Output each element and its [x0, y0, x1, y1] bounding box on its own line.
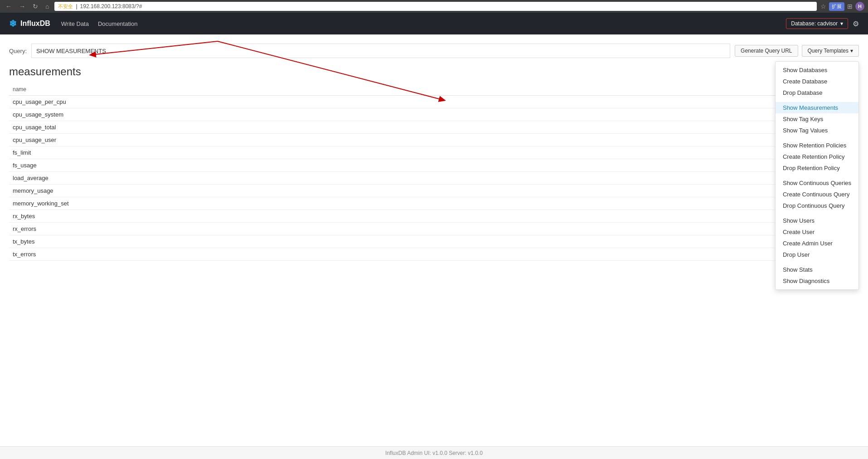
dropdown-item-create-admin-user[interactable]: Create Admin User [776, 238, 858, 249]
table-row: memory_usage [9, 185, 859, 197]
table-body: cpu_usage_per_cpucpu_usage_systemcpu_usa… [9, 96, 859, 261]
table-row: tx_errors [9, 248, 859, 261]
dropdown-item-show-stats[interactable]: Show Stats [776, 264, 858, 275]
dropdown-item-create-user[interactable]: Create User [776, 226, 858, 238]
table-cell-name: fs_limit [9, 146, 859, 159]
table-row: cpu_usage_per_cpu [9, 96, 859, 108]
table-row: rx_bytes [9, 210, 859, 223]
browser-actions: ☆ 扩展 ⊞ H [820, 2, 864, 11]
dropdown-item-show-tag-values[interactable]: Show Tag Values [776, 125, 858, 136]
extensions-icon[interactable]: ⊞ [847, 3, 853, 10]
dropdown-divider-5 [776, 260, 858, 264]
header-right: Database: cadvisor ▾ ⚙ [786, 18, 859, 29]
query-actions: Generate Query URL Query Templates ▾ Sho… [735, 45, 859, 57]
dropdown-item-drop-retention-policy[interactable]: Drop Retention Policy [776, 162, 858, 174]
query-templates-button[interactable]: Query Templates ▾ [802, 45, 859, 57]
back-button[interactable]: ← [4, 2, 14, 11]
dropdown-item-create-retention-policy[interactable]: Create Retention Policy [776, 151, 858, 162]
dropdown-item-drop-user[interactable]: Drop User [776, 249, 858, 260]
table-row: cpu_usage_system [9, 108, 859, 121]
dropdown-item-drop-database[interactable]: Drop Database [776, 87, 858, 98]
table-cell-name: cpu_usage_per_cpu [9, 96, 859, 108]
table-row: load_average [9, 172, 859, 185]
dropdown-item-show-measurements[interactable]: Show Measurements [776, 102, 858, 113]
header-nav: Write Data Documentation [61, 20, 775, 27]
dropdown-item-create-continuous-query[interactable]: Create Continuous Query [776, 189, 858, 200]
logo-text: InfluxDB [20, 20, 50, 28]
dropdown-item-show-databases[interactable]: Show Databases [776, 64, 858, 76]
footer-text: InfluxDB Admin UI: v1.0.0 Server: v1.0.0 [385, 450, 483, 456]
table-cell-name: rx_errors [9, 223, 859, 235]
logo[interactable]: ❄ InfluxDB [9, 18, 50, 29]
query-templates-dropdown: Show Databases Create Database Drop Data… [775, 61, 859, 290]
results-section: measurements name cpu_usage_per_cpucpu_u… [9, 65, 859, 261]
dropdown-item-show-users[interactable]: Show Users [776, 215, 858, 226]
table-cell-name: load_average [9, 172, 859, 185]
dropdown-divider-4 [776, 211, 858, 215]
query-templates-wrapper: Query Templates ▾ Show Databases Create … [802, 45, 859, 57]
table-row: rx_errors [9, 223, 859, 235]
table-cell-name: tx_bytes [9, 235, 859, 248]
address-bar[interactable]: 不安全 | 192.168.200.123:8083/?# [54, 2, 817, 11]
table-cell-name: memory_usage [9, 185, 859, 197]
bookmark-icon[interactable]: ☆ [820, 3, 826, 10]
query-templates-label: Query Templates [808, 48, 849, 54]
nav-documentation[interactable]: Documentation [98, 20, 137, 27]
table-row: fs_limit [9, 146, 859, 159]
main-content: Query: Generate Query URL Query Template… [0, 34, 868, 446]
dropdown-divider-1 [776, 98, 858, 102]
dropdown-item-create-database[interactable]: Create Database [776, 76, 858, 87]
security-warning: 不安全 [58, 3, 73, 10]
dropdown-item-show-diagnostics[interactable]: Show Diagnostics [776, 275, 858, 287]
table-row: tx_bytes [9, 235, 859, 248]
generate-query-url-button[interactable]: Generate Query URL [735, 45, 798, 57]
dropdown-item-show-retention-policies[interactable]: Show Retention Policies [776, 140, 858, 151]
reload-button[interactable]: ↻ [31, 2, 40, 11]
settings-icon[interactable]: ⚙ [853, 20, 859, 28]
home-button[interactable]: ⌂ [44, 2, 51, 11]
extension-button[interactable]: 扩展 [829, 2, 844, 11]
database-dropdown-icon: ▾ [840, 20, 843, 27]
table-row: cpu_usage_user [9, 134, 859, 146]
address-separator: | [76, 3, 77, 10]
table-cell-name: cpu_usage_system [9, 108, 859, 121]
query-bar: Query: Generate Query URL Query Template… [9, 44, 859, 58]
table-cell-name: cpu_usage_total [9, 121, 859, 134]
dropdown-item-show-continuous-queries[interactable]: Show Continuous Queries [776, 177, 858, 189]
avatar[interactable]: H [855, 2, 864, 11]
table-row: cpu_usage_total [9, 121, 859, 134]
table-cell-name: memory_working_set [9, 197, 859, 210]
data-table: name cpu_usage_per_cpucpu_usage_systemcp… [9, 83, 859, 261]
app-header: ❄ InfluxDB Write Data Documentation Data… [0, 13, 868, 34]
query-input[interactable] [31, 44, 730, 58]
table-row: memory_working_set [9, 197, 859, 210]
column-header-name: name [9, 83, 859, 96]
address-url: 192.168.200.123:8083/?# [80, 3, 142, 10]
database-selector-label: Database: cadvisor [791, 20, 838, 27]
dropdown-divider-3 [776, 174, 858, 177]
table-cell-name: fs_usage [9, 159, 859, 172]
nav-write-data[interactable]: Write Data [61, 20, 89, 27]
database-selector[interactable]: Database: cadvisor ▾ [786, 18, 848, 29]
query-templates-dropdown-icon: ▾ [850, 48, 853, 54]
results-title: measurements [9, 65, 859, 78]
dropdown-item-drop-continuous-query[interactable]: Drop Continuous Query [776, 200, 858, 211]
table-cell-name: cpu_usage_user [9, 134, 859, 146]
table-row: fs_usage [9, 159, 859, 172]
forward-button[interactable]: → [17, 2, 27, 11]
table-cell-name: tx_errors [9, 248, 859, 261]
table-cell-name: rx_bytes [9, 210, 859, 223]
dropdown-item-show-tag-keys[interactable]: Show Tag Keys [776, 113, 858, 125]
app-footer: InfluxDB Admin UI: v1.0.0 Server: v1.0.0 [0, 446, 868, 459]
query-label: Query: [9, 48, 27, 54]
logo-icon: ❄ [9, 18, 17, 29]
browser-chrome: ← → ↻ ⌂ 不安全 | 192.168.200.123:8083/?# ☆ … [0, 0, 868, 13]
dropdown-divider-2 [776, 136, 858, 140]
